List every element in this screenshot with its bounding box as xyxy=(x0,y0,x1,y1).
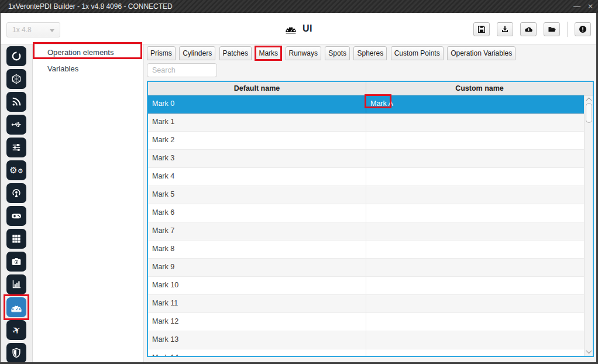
table-row[interactable]: Mark 9 xyxy=(148,259,593,277)
sidebar-item-beacon[interactable] xyxy=(6,183,26,203)
table-row[interactable]: Mark 7 xyxy=(148,222,593,241)
sidebar-item-statistics[interactable] xyxy=(6,274,26,294)
tab-custom-points[interactable]: Custom Points xyxy=(391,46,444,60)
sidebar-item-joystick[interactable] xyxy=(6,206,26,226)
cell-custom-name xyxy=(366,331,593,349)
table-row[interactable]: Mark 6 xyxy=(148,204,593,222)
mesh-sphere-icon xyxy=(11,73,22,85)
cell-custom-name: Mark A xyxy=(366,95,593,113)
table-row[interactable]: Mark 8 xyxy=(148,241,593,259)
version-select[interactable]: 1x 4.8 xyxy=(6,22,60,37)
table-row[interactable]: Mark 1 xyxy=(148,114,593,132)
tab-marks-label: Marks xyxy=(259,49,278,57)
tab-runways[interactable]: Runways xyxy=(286,46,321,60)
table-row[interactable]: Mark 3 xyxy=(148,150,593,168)
scroll-down-icon[interactable] xyxy=(586,348,592,354)
sidebar-item-mesh-sphere[interactable] xyxy=(6,69,26,89)
cell-custom-name xyxy=(366,150,593,167)
cell-custom-name xyxy=(366,114,593,131)
save-button[interactable] xyxy=(473,22,490,36)
table-row[interactable]: Mark 13 xyxy=(148,331,593,349)
marks-table: Default name Custom name Mark 0 Mark A M… xyxy=(147,81,594,357)
nav-panel: Operation elements Variables xyxy=(33,44,144,362)
cell-custom-name xyxy=(366,241,593,258)
cell-default-name: Mark 10 xyxy=(148,277,366,294)
cell-custom-name xyxy=(366,295,593,313)
toolbar-separator xyxy=(567,22,568,37)
close-button[interactable]: ✕ xyxy=(587,0,593,13)
scrollbar-thumb[interactable] xyxy=(586,103,592,123)
cell-default-name: Mark 9 xyxy=(148,259,366,276)
table-row[interactable]: Mark 0 Mark A xyxy=(148,95,593,114)
sidebar-item-ui[interactable] xyxy=(6,297,26,317)
content-area: ⚙⚙ xyxy=(1,44,596,362)
titlebar: 1xVerontePDI Builder - 1x v4.8 4096 - CO… xyxy=(0,0,598,13)
sidebar-item-veronte-logo[interactable] xyxy=(6,46,26,66)
cell-custom-name xyxy=(366,132,593,149)
tab-cylinders[interactable]: Cylinders xyxy=(179,46,215,60)
cell-default-name: Mark 11 xyxy=(148,295,366,313)
download-icon xyxy=(500,25,510,34)
toolbar-buttons xyxy=(473,22,591,37)
search-input[interactable] xyxy=(147,63,217,77)
tab-prisms[interactable]: Prisms xyxy=(147,46,176,60)
table-row[interactable]: Mark 4 xyxy=(148,168,593,186)
minimize-button[interactable]: — xyxy=(573,0,580,13)
sidebar-item-camera[interactable] xyxy=(6,252,26,272)
scroll-up-icon[interactable] xyxy=(586,98,592,104)
sidebar-item-telemetry[interactable] xyxy=(6,92,26,112)
cell-custom-name xyxy=(366,186,593,204)
cell-default-name: Mark 7 xyxy=(148,222,366,240)
nav-item-label: Operation elements xyxy=(47,48,114,57)
cell-default-name: Mark 3 xyxy=(148,150,366,167)
cell-custom-name xyxy=(366,277,593,294)
info-button[interactable] xyxy=(575,22,591,36)
table-row[interactable]: Mark 11 xyxy=(148,295,593,313)
tab-spheres[interactable]: Spheres xyxy=(353,46,387,60)
open-folder-button[interactable] xyxy=(544,22,560,36)
toolbar: 1x 4.8 UI xyxy=(1,13,596,44)
cell-default-name: Mark 5 xyxy=(148,186,366,204)
ui-gauge-icon xyxy=(10,301,23,314)
column-header-custom-name: Custom name xyxy=(366,82,593,95)
tab-patches[interactable]: Patches xyxy=(219,46,252,60)
sidebar-item-automations[interactable]: ⚙⚙ xyxy=(6,160,26,180)
app-window: 1xVerontePDI Builder - 1x v4.8 4096 - CO… xyxy=(0,0,598,364)
sidebar-item-flight[interactable]: ✈ xyxy=(6,320,26,340)
table-row[interactable]: Mark 12 xyxy=(148,313,593,331)
camera-icon xyxy=(11,256,22,267)
cell-custom-name xyxy=(366,313,593,331)
cell-custom-name xyxy=(366,168,593,186)
cell-custom-name xyxy=(366,222,593,240)
nav-item-variables[interactable]: Variables xyxy=(33,61,143,77)
sidebar-item-shield[interactable] xyxy=(6,343,26,362)
cell-default-name: Mark 8 xyxy=(148,241,366,258)
open-folder-icon xyxy=(547,25,557,34)
cell-default-name: Mark 6 xyxy=(148,204,366,222)
sliders-icon xyxy=(11,142,22,153)
tab-operation-variables[interactable]: Operation Variables xyxy=(447,46,515,60)
sidebar-item-apps-grid[interactable] xyxy=(6,229,26,249)
sidebar-item-settings-sliders[interactable] xyxy=(6,138,26,157)
cell-default-name: Mark 4 xyxy=(148,168,366,186)
table-header: Default name Custom name xyxy=(148,82,593,95)
cell-custom-name xyxy=(366,204,593,222)
gears-icon: ⚙⚙ xyxy=(9,166,23,175)
sidebar-item-usb[interactable] xyxy=(6,115,26,135)
tab-marks[interactable]: Marks xyxy=(255,46,281,60)
cloud-download-button[interactable] xyxy=(520,22,537,36)
tab-spots[interactable]: Spots xyxy=(325,46,350,60)
signal-rss-icon xyxy=(11,96,22,108)
table-row[interactable]: Mark 2 xyxy=(148,132,593,150)
cell-default-name: Mark 2 xyxy=(148,132,366,149)
table-row[interactable]: Mark 10 xyxy=(148,277,593,295)
nav-item-operation-elements[interactable]: Operation elements xyxy=(33,44,143,61)
custom-name-value: Mark A xyxy=(370,99,393,108)
sidebar-icon-rail: ⚙⚙ xyxy=(1,44,33,362)
cell-default-name: Mark 0 xyxy=(148,95,366,113)
cell-custom-name xyxy=(366,349,593,357)
table-row[interactable]: Mark 14 xyxy=(148,349,593,357)
import-button[interactable] xyxy=(497,22,513,36)
vertical-scrollbar[interactable] xyxy=(584,95,593,356)
table-row[interactable]: Mark 5 xyxy=(148,186,593,204)
